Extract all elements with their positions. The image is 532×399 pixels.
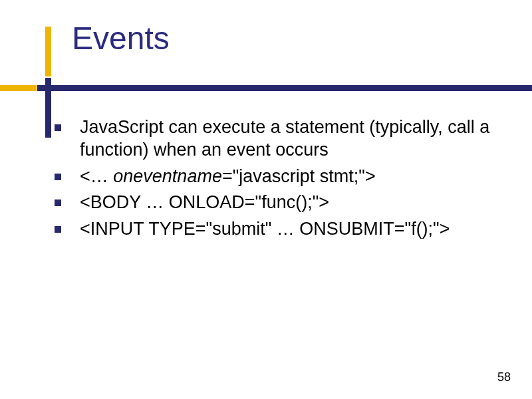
bullet-text: <BODY … ONLOAD="func();"> — [80, 192, 329, 212]
deco-bar — [37, 85, 532, 91]
bullet-item: <INPUT TYPE="submit" … ONSUBMIT="f();"> — [53, 218, 492, 241]
deco-bar — [45, 27, 51, 76]
deco-bar — [45, 78, 51, 138]
page-number: 58 — [497, 370, 511, 384]
bullet-text: <INPUT TYPE="submit" … ONSUBMIT="f();"> — [80, 219, 450, 239]
bullet-item: <BODY … ONLOAD="func();"> — [53, 192, 492, 214]
bullet-text: <… oneventname="javascript stmt;"> — [80, 166, 376, 186]
slide-body: JavaScript can execute a statement (typi… — [53, 116, 492, 245]
bullet-text: JavaScript can execute a statement (typi… — [80, 117, 489, 160]
slide: Events JavaScript can execute a statemen… — [0, 0, 532, 399]
slide-title: Events — [72, 20, 170, 57]
bullet-item: <… oneventname="javascript stmt;"> — [53, 166, 492, 188]
bullet-item: JavaScript can execute a statement (typi… — [53, 116, 492, 162]
deco-bar — [0, 85, 37, 91]
